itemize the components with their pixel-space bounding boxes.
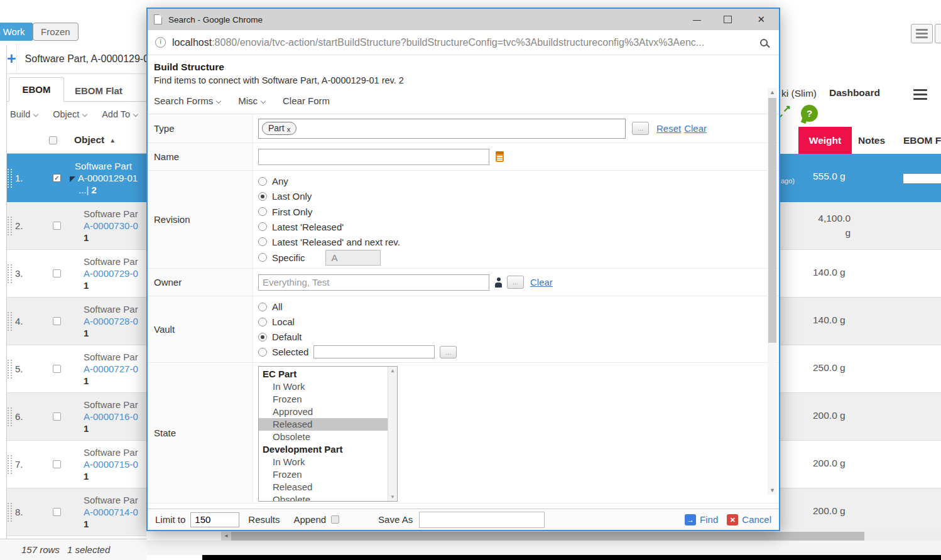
row-checkbox[interactable] — [53, 508, 61, 516]
scroll-up-icon[interactable]: ▲ — [388, 368, 397, 374]
row-checkbox[interactable] — [53, 412, 61, 421]
radio-icon[interactable] — [258, 253, 267, 262]
row-checkbox[interactable]: ✓ — [53, 174, 61, 182]
drag-handle-icon[interactable] — [8, 264, 12, 283]
clipboard-icon[interactable] — [496, 151, 504, 162]
help-icon[interactable]: ? — [801, 105, 818, 122]
drag-handle-icon[interactable] — [8, 169, 12, 188]
horizontal-scrollbar[interactable]: ◄ — [221, 532, 941, 541]
tab-ebom[interactable]: EBOM — [9, 77, 64, 102]
save-as-input[interactable] — [419, 512, 545, 528]
row-checkbox[interactable] — [53, 269, 61, 277]
revision-option-latest-next[interactable]: Latest 'Released' and next rev. — [258, 235, 400, 249]
tree-expander-icon[interactable] — [70, 176, 75, 182]
minimize-button[interactable]: — — [687, 15, 706, 24]
drag-handle-icon[interactable] — [8, 360, 12, 379]
owner-browse-button[interactable]: ... — [507, 276, 524, 289]
drag-handle-icon[interactable] — [8, 312, 12, 331]
vault-option-all[interactable]: All — [258, 300, 283, 313]
state-option-selected[interactable]: Released — [259, 418, 388, 431]
table-row[interactable]: 250.0 g — [780, 345, 941, 393]
column-header-ebom[interactable]: EBOM F — [903, 127, 941, 154]
table-row[interactable]: 8. Software Par A-0000714-0 1 — [7, 488, 146, 536]
menu-add-to[interactable]: Add To — [102, 109, 138, 119]
tab-frozen[interactable]: Frozen — [33, 23, 79, 41]
chip-remove-icon[interactable]: x — [287, 126, 291, 133]
column-header-object[interactable]: Object — [74, 134, 104, 146]
vault-option-selected[interactable]: Selected ... — [258, 345, 457, 358]
find-icon[interactable]: → — [685, 514, 696, 525]
drag-handle-icon[interactable] — [8, 503, 12, 522]
scroll-down-icon[interactable]: ▼ — [388, 494, 397, 500]
row-checkbox[interactable] — [53, 460, 61, 468]
expand-window-icon[interactable]: ↗ ↙ — [780, 105, 791, 121]
table-row[interactable]: 1. ✓ Software Part A-0000129-01 ...| 2 — [7, 154, 146, 202]
nav-dashboard-link[interactable]: Dashboard — [829, 87, 880, 99]
revision-option-first-only[interactable]: First Only — [258, 205, 312, 218]
tab-ebom-flat[interactable]: EBOM Flat — [68, 85, 129, 96]
url-text[interactable]: localhost:8080/enovia/tvc-action/startBu… — [172, 37, 704, 48]
drag-handle-icon[interactable] — [8, 217, 12, 235]
state-listbox[interactable]: EC Part In Work Frozen Approved Released… — [258, 366, 398, 502]
clear-link[interactable]: Clear — [684, 123, 707, 134]
row-name-link[interactable]: A-0000730-0 — [84, 220, 138, 232]
find-button[interactable]: Find — [700, 514, 718, 525]
row-checkbox[interactable] — [53, 222, 61, 230]
info-icon[interactable]: i — [155, 37, 166, 48]
hamburger-menu-icon[interactable] — [913, 89, 927, 100]
table-row[interactable]: 4. Software Par A-0000728-0 1 — [7, 298, 146, 345]
listbox-scrollbar[interactable]: ▲ ▼ — [388, 367, 397, 501]
drag-handle-icon[interactable] — [8, 407, 12, 426]
table-row[interactable]: 200.0 g — [780, 393, 941, 441]
row-name-link[interactable]: A-0000729-0 — [84, 267, 138, 279]
table-row[interactable]: 140.0 g — [780, 250, 941, 298]
sort-asc-icon[interactable]: ▲ — [109, 137, 116, 144]
revision-option-latest-released[interactable]: Latest 'Released' — [258, 220, 344, 234]
row-checkbox[interactable] — [53, 317, 61, 325]
table-row[interactable]: 200.0 g — [780, 441, 941, 488]
table-row[interactable]: 140.0 g — [780, 298, 941, 345]
state-option[interactable]: Approved — [259, 406, 388, 418]
radio-icon[interactable] — [258, 207, 267, 216]
table-row[interactable]: 4,100.0 g — [780, 202, 941, 250]
radio-icon[interactable] — [258, 222, 267, 231]
reset-link[interactable]: Reset — [656, 123, 681, 134]
type-input[interactable]: Part x — [258, 119, 626, 139]
scroll-up-icon[interactable]: ▲ — [768, 88, 777, 97]
owner-clear-link[interactable]: Clear — [530, 277, 553, 288]
row-name-link[interactable]: A-0000727-0 — [84, 363, 138, 375]
close-button[interactable]: ✕ — [757, 14, 765, 25]
row-name-link[interactable]: A-0000714-0 — [84, 506, 138, 518]
window-titlebar[interactable]: Search - Google Chrome — ✕ — [148, 9, 779, 30]
radio-icon[interactable] — [258, 237, 267, 246]
nav-wiki-link[interactable]: ki (Slim) — [781, 88, 817, 99]
collapse-panel-button[interactable]: < — [935, 24, 941, 43]
radio-icon[interactable] — [258, 318, 267, 326]
revision-option-any[interactable]: Any — [258, 175, 288, 188]
layout-menu-button[interactable] — [911, 24, 933, 43]
inline-edit-input[interactable] — [903, 173, 941, 184]
state-option[interactable]: Obsolete — [259, 493, 388, 502]
vault-browse-button[interactable]: ... — [440, 346, 457, 358]
table-row[interactable]: 200.0 g — [780, 488, 941, 536]
limit-input[interactable] — [190, 512, 239, 527]
revision-option-specific[interactable]: Specific A — [258, 250, 381, 264]
maximize-button[interactable] — [724, 16, 732, 23]
radio-icon-selected[interactable] — [258, 192, 267, 201]
row-checkbox[interactable] — [53, 365, 61, 373]
add-button[interactable]: + — [7, 44, 17, 73]
radio-icon[interactable] — [258, 177, 267, 186]
state-option[interactable]: In Work — [259, 456, 388, 468]
vault-option-local[interactable]: Local — [258, 315, 295, 328]
menu-object[interactable]: Object — [53, 109, 87, 119]
column-header-weight[interactable]: Weight — [798, 127, 852, 154]
url-bar[interactable]: i localhost:8080/enovia/tvc-action/start… — [148, 30, 779, 55]
search-icon[interactable] — [760, 39, 768, 46]
table-row[interactable]: ago) 555.0 g — [780, 154, 941, 202]
table-row[interactable]: 6. Software Par A-0000716-0 1 — [7, 393, 146, 441]
row-name-link[interactable]: A-0000716-0 — [84, 411, 138, 423]
scroll-down-icon[interactable]: ▼ — [768, 486, 777, 495]
table-row[interactable]: 2. Software Par A-0000730-0 1 — [7, 202, 146, 250]
specific-revision-input[interactable]: A — [325, 250, 381, 266]
tab-in-work[interactable]: In Work — [0, 23, 33, 41]
